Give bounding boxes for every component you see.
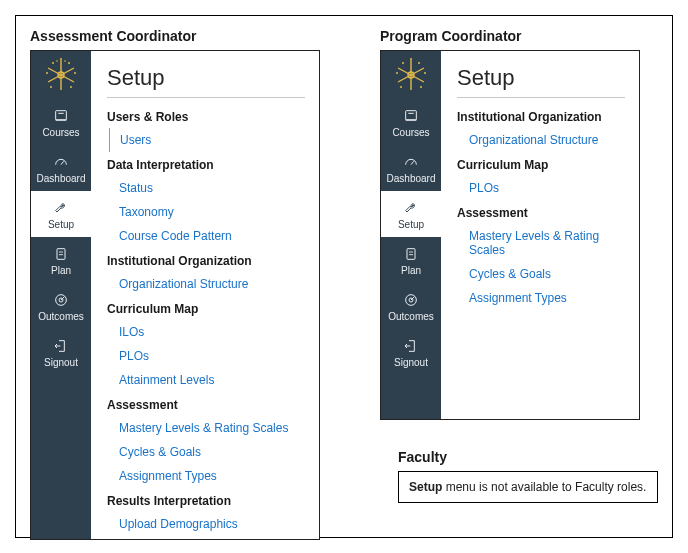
setup-link[interactable]: Mastery Levels & Rating Scales bbox=[469, 224, 625, 262]
svg-point-33 bbox=[418, 62, 420, 64]
svg-point-15 bbox=[64, 60, 66, 62]
setup-content: Setup Institutional OrganizationOrganiza… bbox=[441, 51, 639, 419]
nav-dashboard[interactable]: Dashboard bbox=[381, 145, 441, 191]
svg-point-36 bbox=[400, 86, 402, 88]
setup-link[interactable]: Assignment Types bbox=[119, 464, 305, 488]
svg-point-7 bbox=[52, 62, 54, 64]
app-logo bbox=[381, 51, 441, 99]
book-icon bbox=[52, 108, 70, 124]
setup-content: Setup Users & RolesUsersData Interpretat… bbox=[91, 51, 319, 539]
section-header: Curriculum Map bbox=[107, 302, 305, 316]
setup-link[interactable]: PLOs bbox=[469, 176, 625, 200]
nav-plan[interactable]: Plan bbox=[31, 237, 91, 283]
svg-rect-20 bbox=[57, 249, 65, 260]
gauge-icon bbox=[402, 154, 420, 170]
svg-point-8 bbox=[68, 62, 70, 64]
setup-link[interactable]: Assignment Types bbox=[469, 286, 625, 310]
wrench-icon bbox=[402, 200, 420, 216]
nav-signout[interactable]: Signout bbox=[381, 329, 441, 375]
svg-line-4 bbox=[61, 75, 74, 82]
nav-label: Courses bbox=[383, 127, 439, 138]
clipboard-icon bbox=[52, 246, 70, 262]
section-header: Data Interpretation bbox=[107, 158, 305, 172]
nav-dashboard[interactable]: Dashboard bbox=[31, 145, 91, 191]
setup-link[interactable]: Cycles & Goals bbox=[469, 262, 625, 286]
section-header: Assessment bbox=[107, 398, 305, 412]
snowflake-icon bbox=[391, 55, 431, 95]
setup-link[interactable]: Mastery Levels & Rating Scales bbox=[119, 416, 305, 440]
section-header: Results Interpretation bbox=[107, 494, 305, 508]
svg-line-5 bbox=[48, 75, 61, 82]
svg-line-19 bbox=[61, 161, 64, 164]
setup-link[interactable]: ILOs bbox=[119, 320, 305, 344]
svg-point-14 bbox=[56, 60, 58, 62]
svg-rect-16 bbox=[56, 111, 67, 120]
nav-plan[interactable]: Plan bbox=[381, 237, 441, 283]
svg-line-30 bbox=[398, 75, 411, 82]
section-header: Institutional Organization bbox=[457, 110, 625, 124]
svg-point-37 bbox=[396, 72, 398, 74]
section-header: Users & Roles bbox=[107, 110, 305, 124]
svg-point-10 bbox=[70, 86, 72, 88]
nav-label: Dashboard bbox=[33, 173, 89, 184]
clipboard-icon bbox=[402, 246, 420, 262]
setup-link[interactable]: Upload Demographics bbox=[119, 512, 305, 536]
setup-link[interactable]: Users bbox=[120, 128, 305, 152]
svg-point-12 bbox=[46, 72, 48, 74]
svg-line-6 bbox=[61, 68, 74, 75]
nav-signout[interactable]: Signout bbox=[31, 329, 91, 375]
setup-link[interactable]: Status bbox=[119, 176, 305, 200]
sidebar: Courses Dashboard Setup Plan bbox=[381, 51, 441, 419]
setup-link[interactable]: Organizational Structure bbox=[119, 272, 305, 296]
wrench-icon bbox=[52, 200, 70, 216]
book-icon bbox=[402, 108, 420, 124]
role-title-assessment: Assessment Coordinator bbox=[30, 28, 320, 44]
setup-link[interactable]: Cycles & Goals bbox=[119, 440, 305, 464]
nav-setup[interactable]: Setup bbox=[381, 191, 441, 237]
nav-label: Outcomes bbox=[383, 311, 439, 322]
target-icon bbox=[402, 292, 420, 308]
svg-line-31 bbox=[411, 68, 424, 75]
svg-line-29 bbox=[411, 75, 424, 82]
gauge-icon bbox=[52, 154, 70, 170]
setup-link[interactable]: Taxonomy bbox=[119, 200, 305, 224]
setup-link[interactable]: Organizational Structure bbox=[469, 128, 625, 152]
setup-link[interactable]: PLOs bbox=[119, 344, 305, 368]
svg-line-3 bbox=[48, 68, 61, 75]
signout-icon bbox=[402, 338, 420, 354]
svg-rect-39 bbox=[406, 111, 417, 120]
nav-label: Dashboard bbox=[383, 173, 439, 184]
role-title-faculty: Faculty bbox=[398, 449, 658, 465]
assessment-panel: Courses Dashboard Setup Plan bbox=[30, 50, 320, 540]
app-logo bbox=[31, 51, 91, 99]
svg-point-32 bbox=[402, 62, 404, 64]
faculty-note-bold: Setup bbox=[409, 480, 442, 494]
svg-point-11 bbox=[50, 86, 52, 88]
svg-point-13 bbox=[60, 58, 62, 60]
svg-point-38 bbox=[410, 58, 412, 60]
nav-setup[interactable]: Setup bbox=[31, 191, 91, 237]
svg-point-34 bbox=[424, 72, 426, 74]
nav-outcomes[interactable]: Outcomes bbox=[381, 283, 441, 329]
nav-label: Outcomes bbox=[33, 311, 89, 322]
setup-link[interactable]: Course Code Pattern bbox=[119, 224, 305, 248]
program-panel: Courses Dashboard Setup Plan bbox=[380, 50, 640, 420]
nav-courses[interactable]: Courses bbox=[381, 99, 441, 145]
sidebar: Courses Dashboard Setup Plan bbox=[31, 51, 91, 539]
svg-line-42 bbox=[411, 161, 414, 164]
section-header: Assessment bbox=[457, 206, 625, 220]
section-header: Curriculum Map bbox=[457, 158, 625, 172]
nav-label: Courses bbox=[33, 127, 89, 138]
nav-outcomes[interactable]: Outcomes bbox=[31, 283, 91, 329]
nav-label: Signout bbox=[33, 357, 89, 368]
svg-point-9 bbox=[74, 72, 76, 74]
svg-point-35 bbox=[420, 86, 422, 88]
nav-label: Signout bbox=[383, 357, 439, 368]
target-icon bbox=[52, 292, 70, 308]
section-header: Institutional Organization bbox=[107, 254, 305, 268]
nav-courses[interactable]: Courses bbox=[31, 99, 91, 145]
svg-line-28 bbox=[398, 68, 411, 75]
nav-label: Setup bbox=[383, 219, 439, 230]
role-title-program: Program Coordinator bbox=[380, 28, 640, 44]
setup-link[interactable]: Attainment Levels bbox=[119, 368, 305, 392]
